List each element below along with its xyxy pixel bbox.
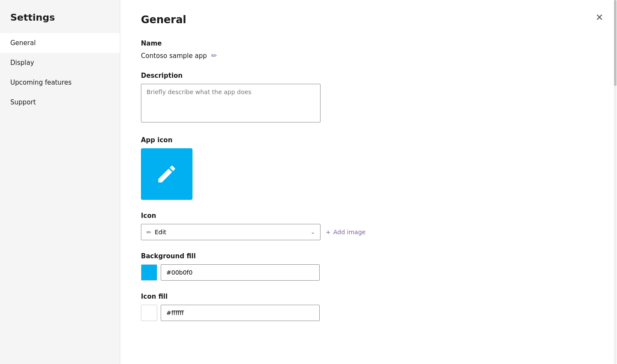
app-icon-preview[interactable] [141, 148, 192, 200]
app-icon-section: App icon [141, 136, 596, 200]
add-image-label: Add image [333, 229, 366, 236]
description-section: Description [141, 72, 596, 124]
icon-fill-row [141, 305, 596, 321]
background-fill-section: Background fill [141, 252, 596, 281]
app-icon-pencil-svg [156, 163, 178, 185]
sidebar-item-support[interactable]: Support [0, 92, 120, 112]
icon-fill-section: Icon fill [141, 293, 596, 321]
scrollbar-thumb [614, 0, 617, 86]
icon-section: Icon ✏ Edit ⌄ + Add image [141, 212, 596, 240]
icon-label: Icon [141, 212, 596, 220]
add-image-button[interactable]: + Add image [326, 229, 366, 236]
name-section: Name Contoso sample app ✏ [141, 40, 596, 60]
sidebar-item-support-label: Support [10, 98, 36, 106]
sidebar-item-display[interactable]: Display [0, 53, 120, 73]
icon-select-pencil-icon: ✏ [147, 229, 151, 236]
description-label: Description [141, 72, 596, 80]
scrollbar-track [614, 0, 617, 364]
background-fill-swatch[interactable] [141, 264, 157, 281]
icon-select[interactable]: ✏ Edit ⌄ [141, 224, 321, 240]
background-fill-label: Background fill [141, 252, 596, 260]
sidebar-item-general-label: General [10, 39, 36, 47]
main-content: General ✕ Name Contoso sample app ✏ Desc… [120, 0, 617, 364]
page-title: General [141, 14, 186, 26]
close-button[interactable]: ✕ [592, 10, 607, 25]
icon-fill-swatch[interactable] [141, 305, 157, 321]
description-textarea[interactable] [141, 84, 321, 122]
name-label: Name [141, 40, 596, 47]
main-header: General [141, 14, 596, 26]
background-fill-input[interactable] [161, 264, 320, 281]
name-row: Contoso sample app ✏ [141, 52, 596, 60]
sidebar-item-display-label: Display [10, 59, 34, 67]
add-image-plus-icon: + [326, 229, 331, 236]
scrollbar[interactable] [614, 0, 617, 364]
app-icon-label: App icon [141, 136, 596, 144]
app-name-value: Contoso sample app [141, 52, 207, 60]
background-fill-row [141, 264, 596, 281]
chevron-down-icon: ⌄ [311, 229, 315, 235]
icon-select-value: Edit [155, 229, 166, 236]
sidebar-item-general[interactable]: General [0, 33, 120, 53]
sidebar-item-upcoming-label: Upcoming features [10, 79, 71, 86]
icon-fill-input[interactable] [161, 305, 320, 321]
icon-dropdown-row: ✏ Edit ⌄ + Add image [141, 224, 596, 240]
sidebar-item-upcoming-features[interactable]: Upcoming features [0, 73, 120, 92]
icon-fill-label: Icon fill [141, 293, 596, 300]
name-edit-icon[interactable]: ✏ [211, 52, 217, 60]
settings-title: Settings [0, 0, 120, 33]
sidebar: Settings General Display Upcoming featur… [0, 0, 120, 364]
